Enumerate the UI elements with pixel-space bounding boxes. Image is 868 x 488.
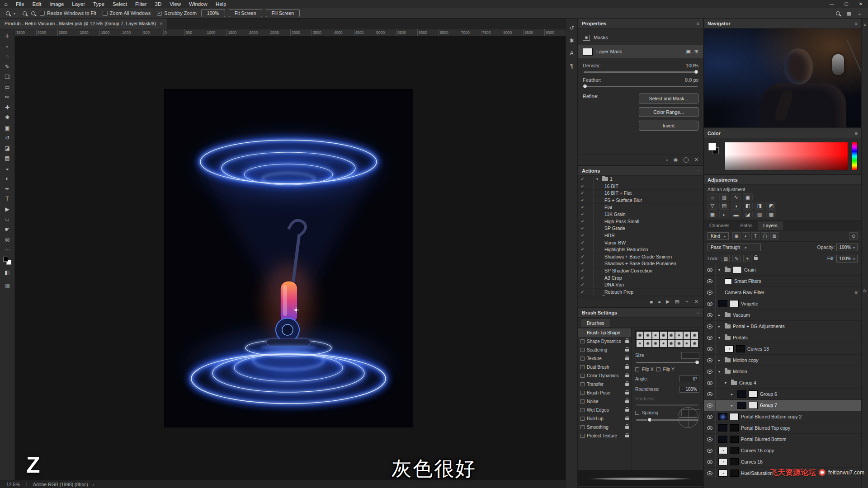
- mask-thumbnail[interactable]: [730, 458, 739, 465]
- disclosure-icon[interactable]: [718, 324, 722, 328]
- lock-icon[interactable]: [625, 400, 629, 403]
- menu-item[interactable]: View: [165, 0, 185, 8]
- visibility-toggle[interactable]: [704, 298, 716, 309]
- brush-option[interactable]: Shape Dynamics: [578, 337, 631, 346]
- visibility-toggle[interactable]: [704, 434, 716, 445]
- status-chevron-icon[interactable]: ›: [93, 482, 94, 487]
- brush-option[interactable]: Brush Pose: [578, 389, 631, 397]
- action-check-icon[interactable]: ✓: [578, 290, 587, 294]
- mask-preview-icon[interactable]: ◉: [674, 157, 678, 163]
- lock-icon[interactable]: [625, 357, 629, 360]
- eyedropper-tool[interactable]: ✑: [1, 92, 13, 103]
- color-lookup-icon[interactable]: ▦: [708, 211, 717, 218]
- action-dialog-toggle[interactable]: [587, 190, 594, 197]
- panel-menu-icon[interactable]: ≡: [697, 310, 699, 315]
- brush-option[interactable]: Color Dynamics: [578, 371, 631, 380]
- character-panel-icon[interactable]: A: [570, 50, 573, 56]
- action-check-icon[interactable]: ✓: [578, 233, 587, 238]
- brush-option[interactable]: Transfer: [578, 380, 631, 389]
- lock-all-icon[interactable]: [754, 257, 758, 260]
- layer-thumbnail[interactable]: [718, 436, 727, 443]
- healing-brush-tool[interactable]: ✚: [1, 103, 13, 113]
- density-slider[interactable]: [584, 71, 698, 73]
- mask-thumbnail[interactable]: [730, 447, 739, 454]
- adjustment-icon[interactable]: [718, 469, 727, 477]
- disclosure-icon[interactable]: [718, 370, 722, 374]
- layer-name[interactable]: Hue/Saturation: [741, 470, 773, 476]
- layer-row[interactable]: Smart Filters: [704, 276, 861, 287]
- action-dialog-toggle[interactable]: [587, 218, 594, 225]
- option-checkbox[interactable]: Zoom All Windows: [103, 10, 151, 16]
- action-check-icon[interactable]: ✓: [578, 226, 587, 230]
- panel-menu-icon[interactable]: ≡: [855, 21, 858, 26]
- visibility-toggle[interactable]: [704, 321, 716, 332]
- foreground-color-swatch[interactable]: [708, 142, 721, 170]
- zoom-preset-button[interactable]: Fit Screen: [229, 9, 262, 17]
- slider-knob[interactable]: [583, 84, 587, 89]
- gradient-map-icon[interactable]: ▨: [755, 211, 764, 218]
- action-dialog-toggle[interactable]: [587, 296, 594, 296]
- visibility-toggle[interactable]: [704, 310, 716, 320]
- visibility-toggle[interactable]: [704, 377, 716, 388]
- action-check-icon[interactable]: ✓: [578, 212, 587, 216]
- layer-mask-thumbnail[interactable]: [583, 48, 593, 56]
- action-row[interactable]: ✓ 16 BIT + Flat: [578, 190, 703, 197]
- mask-thumbnail[interactable]: [725, 278, 732, 284]
- action-row[interactable]: ✓ Highlights Reduction: [578, 246, 703, 253]
- menu-item[interactable]: Type: [89, 0, 108, 8]
- layer-thumbnail[interactable]: [718, 424, 727, 432]
- adjustment-icon[interactable]: [718, 458, 727, 465]
- posterize-icon[interactable]: ▬: [731, 211, 741, 218]
- mask-thumbnail[interactable]: [749, 402, 758, 409]
- move-tool[interactable]: ✛: [1, 31, 13, 42]
- mask-thumbnail[interactable]: [730, 300, 739, 307]
- filter-switch-icon[interactable]: ⊙: [849, 232, 858, 239]
- curves-icon[interactable]: ∿: [731, 193, 741, 201]
- adjustment-icon[interactable]: [718, 447, 727, 454]
- visibility-toggle[interactable]: [704, 355, 716, 366]
- brushes-tab[interactable]: Brushes: [581, 319, 610, 327]
- action-dialog-toggle[interactable]: [587, 282, 594, 288]
- action-row[interactable]: ✓ Shadows + Base Grade Punainen: [578, 260, 703, 267]
- photo-filter-icon[interactable]: ◨: [755, 202, 764, 210]
- adjustment-icon[interactable]: [725, 345, 734, 352]
- action-check-icon[interactable]: ✓: [578, 276, 587, 280]
- close-button[interactable]: ✕: [854, 0, 868, 8]
- paragraph-panel-icon[interactable]: ¶: [570, 63, 573, 69]
- horizontal-ruler[interactable]: 3500300025002000150010005000500100015002…: [15, 29, 566, 37]
- history-brush-tool[interactable]: ↺: [1, 133, 13, 143]
- layer-name[interactable]: Vacuum: [733, 312, 750, 318]
- collapse-panels-icon[interactable]: «: [863, 22, 866, 27]
- option-checkbox[interactable]: Scrubby Zoom: [157, 10, 197, 16]
- visibility-toggle[interactable]: [704, 366, 716, 377]
- brush-option[interactable]: Texture: [578, 354, 631, 363]
- delete-icon[interactable]: ✕: [694, 299, 698, 305]
- layer-thumbnail[interactable]: [737, 402, 746, 409]
- action-dialog-toggle[interactable]: [587, 197, 594, 204]
- flip-x-checkbox[interactable]: [635, 367, 639, 371]
- visibility-toggle[interactable]: [704, 264, 716, 275]
- lock-pixels-icon[interactable]: ✎: [732, 255, 741, 262]
- slider-knob[interactable]: [694, 70, 698, 74]
- panel-tab[interactable]: Paths: [735, 221, 758, 230]
- layer-name[interactable]: Portals: [733, 335, 748, 340]
- lasso-tool[interactable]: ◌: [1, 52, 13, 62]
- option-checkbox-icon[interactable]: [580, 348, 585, 352]
- layer-row[interactable]: Group 7: [704, 400, 861, 411]
- lock-icon[interactable]: [625, 409, 629, 412]
- visibility-toggle[interactable]: [704, 400, 716, 411]
- layer-row[interactable]: Camera Raw Filter: [704, 287, 861, 298]
- threshold-icon[interactable]: ◪: [743, 211, 753, 218]
- visibility-toggle[interactable]: [704, 468, 716, 479]
- tab-close-icon[interactable]: ×: [160, 21, 162, 26]
- action-check-icon[interactable]: ✓: [578, 177, 587, 181]
- action-check-icon[interactable]: ✓: [578, 205, 587, 210]
- layer-row[interactable]: Vacuum: [704, 310, 861, 321]
- new-action-icon[interactable]: ＋: [684, 298, 689, 305]
- action-dialog-toggle[interactable]: [587, 253, 594, 260]
- action-dialog-toggle[interactable]: [587, 246, 594, 253]
- visibility-toggle[interactable]: [704, 445, 716, 456]
- mask-thumbnail[interactable]: [736, 345, 745, 352]
- action-row[interactable]: ✓ 16 BIT: [578, 183, 703, 190]
- action-check-icon[interactable]: ✓: [578, 219, 587, 224]
